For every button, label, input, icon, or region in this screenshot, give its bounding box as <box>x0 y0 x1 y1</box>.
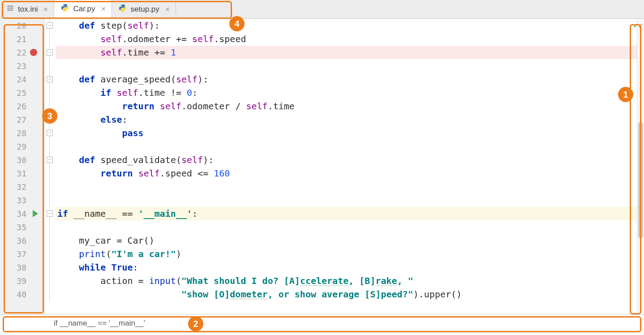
line-number[interactable]: 30 <box>0 153 44 167</box>
code-line[interactable]: pass <box>56 126 637 140</box>
fold-toggle-icon[interactable]: − <box>47 130 53 136</box>
run-gutter-icon[interactable] <box>33 210 38 217</box>
code-line[interactable]: print("I'm a car!") <box>56 247 637 261</box>
code-line[interactable]: while True: <box>56 261 637 274</box>
fold-toggle-icon[interactable]: − <box>47 210 53 217</box>
code-line[interactable]: self.time += 1 <box>56 46 637 59</box>
code-line[interactable] <box>56 140 637 153</box>
line-number[interactable]: 36 <box>0 234 44 247</box>
line-number[interactable]: 40 <box>0 288 44 301</box>
code-line[interactable] <box>56 193 637 207</box>
line-number[interactable]: 38 <box>0 261 44 274</box>
close-icon[interactable]: ✕ <box>101 5 106 13</box>
editor: 2021222324252627282930313233343536373839… <box>0 19 644 314</box>
tab-tox-ini[interactable]: tox.ini✕ <box>0 0 54 18</box>
tab-label: Car.py <box>73 4 95 13</box>
code-line[interactable]: else: <box>56 113 637 126</box>
fold-toggle-icon[interactable]: − <box>47 22 53 29</box>
line-number[interactable]: 24 <box>0 73 44 86</box>
fold-toggle-icon[interactable]: − <box>47 49 53 56</box>
line-number[interactable]: 35 <box>0 220 44 234</box>
line-number[interactable]: 27 <box>0 113 44 126</box>
breakpoint-icon[interactable] <box>30 49 37 56</box>
code-line[interactable]: if __name__ == '__main__': <box>56 207 637 220</box>
svg-rect-1 <box>7 8 13 9</box>
close-icon[interactable]: ✕ <box>165 6 170 13</box>
line-number[interactable]: 39 <box>0 274 44 288</box>
line-number[interactable]: 21 <box>0 32 44 46</box>
tab-label: setup.py <box>131 5 159 14</box>
python-file-icon <box>60 3 69 14</box>
scrollbar-thumb[interactable] <box>638 122 643 238</box>
svg-rect-0 <box>7 6 13 7</box>
validation-ok-icon: ✓✓ <box>633 21 643 30</box>
tab-setup-py[interactable]: setup.py✕ <box>112 0 176 18</box>
line-number[interactable]: 33 <box>0 193 44 207</box>
code-line[interactable] <box>56 59 637 73</box>
breadcrumb-text: if __name__ == '__main__' <box>54 319 145 328</box>
code-line[interactable] <box>56 220 637 234</box>
line-number[interactable]: 28 <box>0 126 44 140</box>
line-number[interactable]: 37 <box>0 247 44 261</box>
fold-toggle-icon[interactable]: − <box>47 157 53 163</box>
tab-label: tox.ini <box>18 5 38 14</box>
fold-strip[interactable]: −−−−−− <box>45 19 56 314</box>
fold-toggle-icon[interactable]: − <box>47 76 53 82</box>
line-number[interactable]: 34 <box>0 207 44 220</box>
code-line[interactable]: return self.speed <= 160 <box>56 167 637 180</box>
gutter[interactable]: 2021222324252627282930313233343536373839… <box>0 19 45 314</box>
line-number[interactable]: 32 <box>0 180 44 193</box>
scrollbar-track[interactable]: ✓✓ <box>637 19 644 314</box>
editor-tab-bar: tox.ini✕Car.py✕setup.py✕ <box>0 0 644 19</box>
code-line[interactable]: def average_speed(self): <box>56 73 637 86</box>
line-number[interactable]: 22 <box>0 46 44 59</box>
line-number[interactable]: 31 <box>0 167 44 180</box>
code-line[interactable]: self.odometer += self.speed <box>56 32 637 46</box>
close-icon[interactable]: ✕ <box>43 6 48 13</box>
code-line[interactable]: def speed_validate(self): <box>56 153 637 167</box>
code-line[interactable]: "show [O]dometer, or show average [S]pee… <box>56 288 637 301</box>
svg-rect-2 <box>7 10 13 11</box>
breadcrumb-bar[interactable]: if __name__ == '__main__' <box>0 314 644 331</box>
ini-file-icon <box>6 4 14 14</box>
python-file-icon <box>118 4 127 15</box>
line-number[interactable]: 25 <box>0 86 44 99</box>
line-number[interactable]: 23 <box>0 59 44 73</box>
tab-Car-py[interactable]: Car.py✕ <box>54 0 112 19</box>
line-number[interactable]: 20 <box>0 19 44 32</box>
code-line[interactable]: if self.time != 0: <box>56 86 637 99</box>
code-line[interactable]: def step(self): <box>56 19 637 32</box>
code-area[interactable]: def step(self): self.odometer += self.sp… <box>56 19 637 314</box>
code-line[interactable] <box>56 180 637 193</box>
code-line[interactable]: my_car = Car() <box>56 234 637 247</box>
line-number[interactable]: 29 <box>0 140 44 153</box>
line-number[interactable]: 26 <box>0 99 44 113</box>
code-line[interactable]: return self.odometer / self.time <box>56 99 637 113</box>
code-line[interactable]: action = input("What should I do? [A]cce… <box>56 274 637 288</box>
